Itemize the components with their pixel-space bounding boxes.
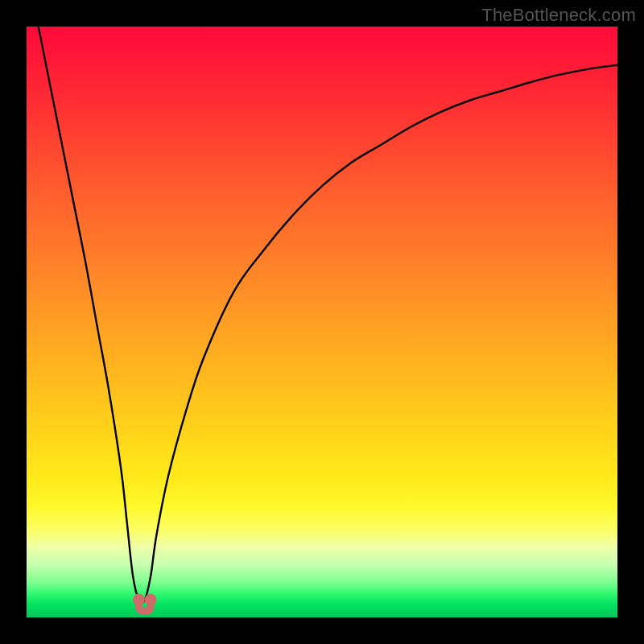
plot-area	[27, 27, 617, 617]
bottleneck-curve-path	[39, 27, 617, 603]
trough-right-marker	[145, 593, 157, 605]
bottleneck-curve	[27, 27, 617, 617]
chart-frame: TheBottleneck.com	[0, 0, 644, 644]
watermark-text: TheBottleneck.com	[481, 5, 636, 26]
trough-left-marker	[133, 593, 145, 605]
